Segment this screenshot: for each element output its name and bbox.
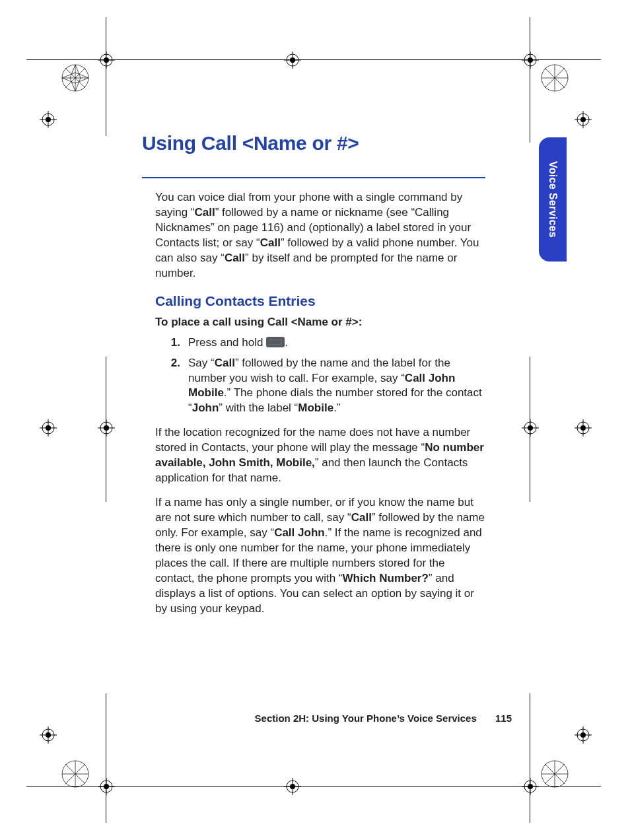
svg-line-9 [75, 73, 88, 78]
ordered-list: 1. Press and hold . 2. Say “Call” follow… [168, 335, 485, 417]
svg-line-12 [75, 78, 81, 91]
bold-text: Call [260, 236, 281, 249]
page-title: Using Call <Name or #> [142, 132, 485, 158]
registration-mark-icon [522, 52, 539, 69]
bold-text: Call [195, 206, 215, 219]
text: Press and hold [188, 336, 266, 349]
text: Say “ [188, 357, 215, 369]
registration-mark-icon [98, 419, 115, 437]
sub-heading: Calling Contacts Entries [155, 293, 485, 309]
registration-mark-icon [522, 778, 539, 795]
svg-line-8 [62, 78, 75, 83]
registration-mark-icon [575, 726, 592, 744]
intro-paragraph: You can voice dial from your phone with … [155, 190, 485, 281]
page-content: Using Call <Name or #> You can voice dia… [142, 132, 485, 626]
list-body: Press and hold . [188, 335, 485, 351]
registration-mark-icon [40, 726, 57, 744]
body-paragraph: If a name has only a single number, or i… [155, 495, 485, 617]
starburst-icon [540, 759, 569, 788]
body-paragraph: If the location recognized for the name … [155, 425, 485, 486]
registration-mark-icon [522, 419, 539, 437]
registration-mark-icon [284, 778, 301, 795]
list-number: 1. [168, 335, 180, 351]
page-title-block: Using Call <Name or #> [142, 132, 485, 178]
bold-text: Call John [274, 526, 325, 539]
bold-text: Call [215, 357, 235, 369]
bold-text: Which Number? [343, 572, 429, 584]
registration-mark-icon [284, 52, 301, 69]
title-underline [142, 177, 485, 178]
bold-text: Call [351, 511, 372, 524]
registration-mark-icon [575, 111, 592, 128]
crop-line [530, 17, 530, 143]
text: If the location recognized for the name … [155, 426, 470, 454]
text: .” [333, 402, 340, 414]
crop-line [106, 693, 106, 823]
registration-mark-icon [40, 419, 57, 437]
list-item: 2. Say “Call” followed by the name and t… [168, 356, 485, 417]
crop-line [530, 693, 530, 823]
svg-line-11 [70, 78, 75, 91]
registration-mark-icon [40, 111, 57, 128]
registration-mark-icon [98, 778, 115, 795]
section-tab: Voice Services [539, 137, 567, 262]
section-tab-label: Voice Services [547, 161, 559, 238]
footer-section-label: Section 2H: Using Your Phone’s Voice Ser… [255, 713, 477, 724]
text: . [285, 336, 288, 349]
talk-key-icon [266, 337, 285, 347]
page-number: 115 [495, 713, 512, 724]
starburst-icon [61, 63, 90, 92]
registration-mark-icon [575, 419, 592, 437]
crop-line [106, 17, 106, 136]
text: ” with the label “ [219, 402, 298, 414]
starburst-icon [61, 759, 90, 788]
procedure-leadin: To place a call using Call <Name or #>: [155, 316, 362, 328]
svg-line-5 [75, 65, 81, 78]
list-item: 1. Press and hold . [168, 335, 485, 351]
list-number: 2. [168, 356, 180, 417]
svg-line-10 [75, 78, 88, 83]
svg-line-6 [70, 65, 75, 78]
bold-text: Mobile [298, 402, 333, 414]
starburst-icon [540, 63, 569, 92]
list-body: Say “Call” followed by the name and the … [188, 356, 485, 417]
bold-text: Call [225, 252, 245, 264]
svg-line-7 [62, 73, 75, 78]
page-footer: Section 2H: Using Your Phone’s Voice Ser… [142, 713, 512, 724]
bold-text: John [192, 402, 219, 414]
registration-mark-icon [98, 52, 115, 69]
